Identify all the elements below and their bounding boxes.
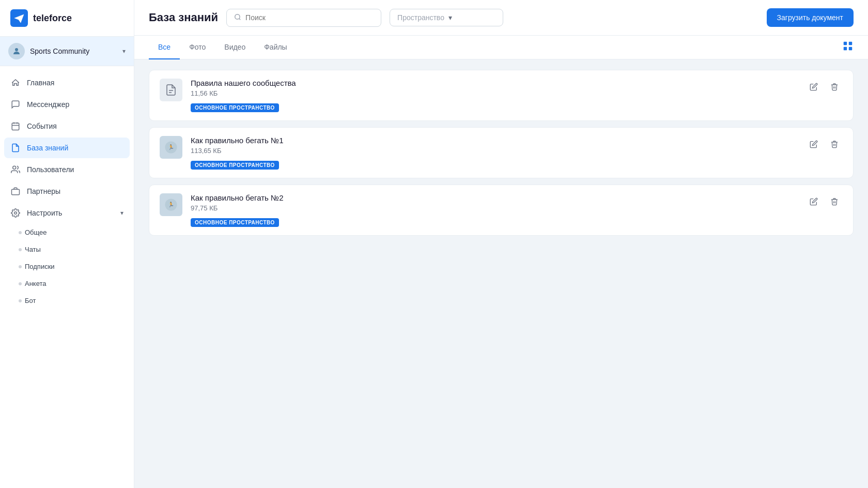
sidebar-label-users: Пользователи [27, 165, 74, 174]
sidebar-label-events: События [27, 122, 57, 130]
search-box[interactable] [226, 9, 381, 27]
delete-button-2[interactable] [826, 136, 843, 152]
sidebar-subitem-general[interactable]: Общее [14, 224, 130, 240]
svg-rect-7 [12, 189, 20, 195]
sidebar-label-partners: Партнеры [27, 187, 60, 195]
app-name: teleforce [33, 13, 72, 24]
svg-point-9 [14, 212, 17, 215]
logo-area: teleforce [0, 0, 134, 37]
calendar-icon [10, 121, 21, 131]
home-icon [10, 78, 21, 88]
document-card-3: 🏃 Как правильно бегать №2 97,75 КБ ОСНОВ… [149, 185, 854, 236]
doc-title-1: Правила нашего сообщества [191, 79, 797, 87]
chat-icon [10, 99, 21, 110]
doc-info-2: Как правильно бегать №1 113,65 КБ ОСНОВН… [191, 136, 797, 170]
sidebar-sublabel-general: Общее [25, 228, 47, 236]
tabs-bar: Все Фото Видео Файлы [134, 36, 868, 59]
svg-line-11 [239, 18, 241, 20]
sidebar-label-knowledge: База знаний [27, 144, 68, 152]
sidebar-subitem-subscriptions[interactable]: Подписки [14, 258, 130, 274]
sidebar-item-partners[interactable]: Партнеры [4, 181, 130, 202]
sidebar-subitem-bot[interactable]: Бот [14, 293, 130, 309]
sidebar-sublabel-survey: Анкета [25, 280, 47, 287]
doc-title-2: Как правильно бегать №1 [191, 136, 797, 145]
doc-thumb-3: 🏃 [160, 193, 182, 216]
users-icon [10, 164, 21, 175]
doc-actions-3 [805, 193, 843, 210]
doc-size-1: 11,56 КБ [191, 89, 797, 97]
sidebar-subitem-chats[interactable]: Чаты [14, 241, 130, 257]
space-placeholder: Пространство [397, 13, 444, 22]
workspace-selector[interactable]: Sports Community ▾ [0, 37, 134, 66]
edit-button-2[interactable] [805, 136, 822, 152]
page-title: База знаний [149, 11, 218, 24]
tab-video[interactable]: Видео [215, 36, 255, 59]
tab-all[interactable]: Все [149, 36, 180, 59]
tab-files[interactable]: Файлы [255, 36, 296, 59]
svg-point-10 [235, 14, 240, 19]
svg-rect-13 [849, 42, 852, 45]
doc-title-3: Как правильно бегать №2 [191, 193, 797, 202]
svg-text:🏃: 🏃 [168, 144, 174, 150]
documents-list: Правила нашего сообщества 11,56 КБ ОСНОВ… [134, 59, 868, 246]
doc-tag-3: ОСНОВНОЕ ПРОСТРАНСТВО [191, 218, 279, 227]
svg-rect-12 [844, 42, 847, 45]
sidebar: teleforce Sports Community ▾ Главная Мес… [0, 0, 134, 488]
tabs: Все Фото Видео Файлы [149, 36, 842, 59]
view-toggle-button[interactable] [842, 40, 854, 54]
upload-document-button[interactable]: Загрузить документ [767, 8, 854, 27]
doc-tag-2: ОСНОВНОЕ ПРОСТРАНСТВО [191, 161, 279, 170]
tab-photos[interactable]: Фото [180, 36, 215, 59]
teleforce-logo-icon [10, 9, 28, 27]
workspace-avatar [8, 43, 25, 59]
edit-button-3[interactable] [805, 193, 822, 210]
sidebar-sublabel-chats: Чаты [25, 246, 41, 253]
doc-thumb-1 [160, 79, 182, 101]
doc-actions-2 [805, 136, 843, 152]
sidebar-sublabel-subscriptions: Подписки [25, 263, 55, 270]
sidebar-sublabel-bot: Бот [25, 297, 36, 304]
document-icon [10, 143, 21, 153]
doc-info-1: Правила нашего сообщества 11,56 КБ ОСНОВ… [191, 79, 797, 112]
workspace-chevron-icon: ▾ [122, 48, 126, 55]
delete-button-3[interactable] [826, 193, 843, 210]
workspace-name: Sports Community [30, 47, 117, 55]
doc-info-3: Как правильно бегать №2 97,75 КБ ОСНОВНО… [191, 193, 797, 227]
sidebar-label-settings: Настроить [27, 209, 62, 217]
settings-submenu: Общее Чаты Подписки Анкета Бот [4, 224, 130, 309]
sidebar-label-messenger: Мессенджер [27, 100, 69, 109]
doc-actions-1 [805, 79, 843, 95]
svg-point-6 [13, 166, 16, 169]
svg-text:🏃: 🏃 [168, 202, 174, 208]
space-chevron-icon: ▾ [448, 13, 495, 22]
content-area: Все Фото Видео Файлы Правила нашего сооб… [134, 36, 868, 488]
doc-thumb-2: 🏃 [160, 136, 182, 159]
sidebar-item-users[interactable]: Пользователи [4, 159, 130, 180]
sidebar-item-settings[interactable]: Настроить ▾ [4, 203, 130, 223]
settings-expand-icon: ▾ [120, 209, 123, 217]
document-card-2: 🏃 Как правильно бегать №1 113,65 КБ ОСНО… [149, 127, 854, 178]
sidebar-item-home[interactable]: Главная [4, 72, 130, 93]
nav-menu: Главная Мессенджер События База знаний П [0, 66, 134, 315]
sidebar-label-home: Главная [27, 79, 54, 87]
briefcase-icon [10, 186, 21, 196]
svg-point-1 [15, 48, 18, 51]
gear-icon [10, 208, 21, 218]
sidebar-item-messenger[interactable]: Мессенджер [4, 94, 130, 115]
svg-rect-15 [849, 47, 852, 50]
svg-rect-14 [844, 47, 847, 50]
svg-rect-2 [12, 123, 19, 130]
search-input[interactable] [245, 13, 374, 22]
search-icon [234, 13, 241, 22]
edit-button-1[interactable] [805, 79, 822, 95]
main-area: База знаний Пространство ▾ Загрузить док… [134, 0, 868, 488]
sidebar-item-events[interactable]: События [4, 116, 130, 136]
doc-size-3: 97,75 КБ [191, 204, 797, 212]
delete-button-1[interactable] [826, 79, 843, 95]
space-select[interactable]: Пространство ▾ [390, 9, 503, 26]
sidebar-item-knowledge[interactable]: База знаний [4, 138, 130, 158]
sidebar-subitem-survey[interactable]: Анкета [14, 276, 130, 292]
document-card-1: Правила нашего сообщества 11,56 КБ ОСНОВ… [149, 70, 854, 121]
doc-size-2: 113,65 КБ [191, 147, 797, 155]
top-bar: База знаний Пространство ▾ Загрузить док… [134, 0, 868, 36]
